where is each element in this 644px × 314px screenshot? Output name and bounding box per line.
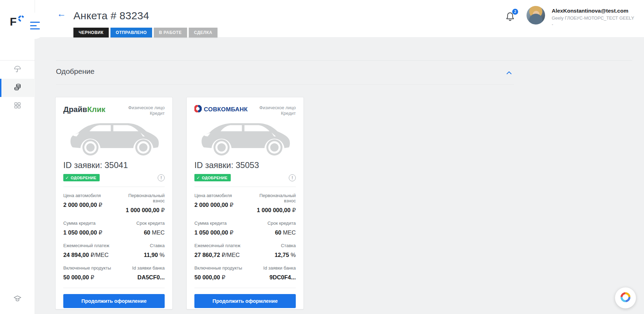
field-label: Ставка: [247, 243, 296, 248]
field-label: Id заявки банка: [247, 265, 296, 271]
status-badge-draft: ЧЕРНОВИК: [73, 28, 109, 37]
collapse-section-button[interactable]: [506, 70, 512, 76]
umbrella-icon: [13, 65, 22, 75]
avatar[interactable]: [527, 6, 545, 25]
application-id-label: ID заявки:: [194, 160, 233, 170]
offer-fields: Цена автомобиля 2 000 000,00 ₽ Первонача…: [194, 193, 296, 288]
field-label: Ставка: [116, 243, 165, 248]
application-id-label: ID заявки:: [63, 160, 102, 170]
bank-name: СОВКОМБАНК: [204, 106, 248, 113]
user-email: AlexKonstantinova@test.com: [552, 8, 642, 14]
car-silhouette-image: [194, 119, 296, 156]
user-info[interactable]: AlexKonstantinova@test.com Geely ГЛОБУС-…: [552, 8, 642, 27]
offer-type: Физическое лицо Кредит: [128, 105, 165, 116]
status-badge-inwork: В РАБОТЕ: [154, 28, 187, 37]
menu-bubble: [20, 13, 47, 39]
notification-count-badge: 2: [512, 9, 518, 15]
product-type-label: Кредит: [128, 111, 165, 116]
chat-widget-button[interactable]: [615, 287, 636, 308]
card-divider: [194, 288, 296, 288]
coins-icon: [13, 83, 22, 93]
offer-card-driveclick: Драйв Клик Физическое лицо Кредит ID зая…: [55, 97, 173, 309]
field-unit: ₽: [159, 207, 165, 213]
field-label: Первоначальный взнос: [116, 193, 165, 203]
section-divider-top: [56, 60, 632, 61]
field-value: 2 000 000,00: [63, 202, 97, 208]
logo-letter: F: [10, 16, 17, 27]
field-label: Сумма кредита: [194, 221, 243, 226]
field-value: 1 000 000,00: [257, 207, 291, 213]
user-organization: Geely ГЛОБУС-МОТОРС_ТЕСТ GEELY: [552, 15, 642, 21]
field-value: 1 050 000,00: [63, 229, 97, 236]
graduation-cap-icon: [13, 294, 22, 305]
section-divider-bottom: [56, 84, 514, 85]
page-title: Анкета # 83234: [73, 10, 149, 22]
card-divider: [194, 187, 296, 187]
back-button[interactable]: ←: [57, 9, 66, 18]
field-value: 11,90: [144, 252, 158, 258]
application-id-value: 35053: [236, 160, 259, 170]
card-divider: [63, 288, 165, 288]
hamburger-menu-button[interactable]: [30, 22, 41, 29]
offer-type: Физическое лицо Кредит: [259, 105, 296, 116]
field-label: Цена автомобиля: [63, 193, 112, 198]
check-icon: ✓: [65, 175, 69, 180]
sidebar-item-education[interactable]: [0, 291, 35, 309]
status-badge-deal: СДЕЛКА: [189, 28, 217, 37]
grid-icon: [14, 102, 21, 111]
field-value: DA5CF0...: [137, 274, 165, 280]
bank-name-secondary: Клик: [87, 105, 105, 114]
chevron-up-icon: [506, 71, 512, 75]
client-type-label: Физическое лицо: [128, 105, 165, 111]
bank-name-primary: Драйв: [63, 105, 87, 114]
client-type-label: Физическое лицо: [259, 105, 296, 111]
field-unit: ₽: [228, 229, 233, 236]
approval-status-badge: ✓ ОДОБРЕНИЕ: [194, 174, 231, 181]
continue-button[interactable]: Продолжить оформление: [63, 294, 165, 308]
field-unit: %: [158, 252, 165, 258]
field-unit: ₽: [89, 274, 94, 280]
bell-icon: [505, 18, 515, 23]
field-value: 2 000 000,00: [194, 202, 228, 208]
field-value: 1 050 000,00: [194, 229, 228, 236]
application-id: ID заявки: 35053: [194, 160, 296, 170]
sidebar-item-insurance[interactable]: [0, 61, 35, 79]
field-unit: ₽: [97, 229, 102, 236]
application-id: ID заявки: 35041: [63, 160, 165, 170]
field-value: 27 860,72: [194, 252, 220, 258]
sovcombank-icon: [194, 105, 202, 114]
continue-button[interactable]: Продолжить оформление: [194, 294, 296, 308]
sidebar-item-dashboard[interactable]: [0, 97, 35, 115]
field-value: 60: [144, 229, 150, 236]
field-unit: ₽: [97, 202, 102, 208]
info-icon[interactable]: !: [158, 174, 165, 181]
field-unit: ₽: [228, 202, 233, 208]
chat-pinwheel-icon: [619, 291, 632, 305]
field-value: 1 000 000,00: [126, 207, 159, 213]
sovcombank-logo: СОВКОМБАНК: [194, 105, 248, 114]
field-label: Ежемесячный платеж: [194, 243, 243, 248]
approval-status-badge: ✓ ОДОБРЕНИЕ: [63, 174, 100, 181]
sidebar-item-credits[interactable]: [0, 79, 35, 97]
field-value: 60: [275, 229, 281, 236]
info-icon[interactable]: !: [289, 174, 296, 181]
field-unit: ₽: [220, 274, 225, 280]
field-label: Сумма кредита: [63, 221, 112, 226]
section-title: Одобрение: [56, 67, 94, 76]
approval-status-label: ОДОБРЕНИЕ: [71, 176, 96, 180]
offer-fields: Цена автомобиля 2 000 000,00 ₽ Первонача…: [63, 193, 165, 288]
field-label: Срок кредита: [116, 221, 165, 226]
field-label: Цена автомобиля: [194, 193, 243, 198]
field-unit: ₽/МЕС: [89, 252, 108, 258]
sidebar: F: [0, 0, 35, 314]
check-icon: ✓: [196, 175, 200, 180]
notifications-button[interactable]: 2: [505, 11, 517, 24]
sidebar-nav: [0, 61, 35, 115]
field-label: Включенные продукты: [194, 265, 243, 271]
field-label: Ежемесячный платеж: [63, 243, 112, 248]
application-id-value: 35041: [105, 160, 128, 170]
field-unit: %: [289, 252, 296, 258]
field-label: Включенные продукты: [63, 265, 112, 271]
driveclick-logo: Драйв Клик: [63, 105, 105, 114]
status-badge-sent: ОТПРАВЛЕНО: [110, 28, 152, 37]
